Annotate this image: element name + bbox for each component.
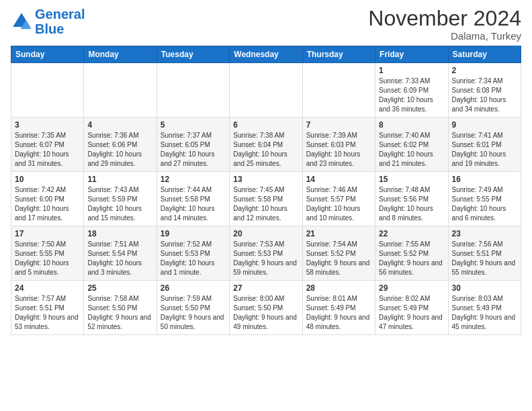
calendar-cell bbox=[302, 63, 375, 118]
calendar-cell: 20Sunrise: 7:53 AMSunset: 5:53 PMDayligh… bbox=[230, 226, 302, 281]
calendar-header-row: SundayMondayTuesdayWednesdayThursdayFrid… bbox=[11, 46, 521, 63]
day-info: Sunrise: 7:44 AMSunset: 5:58 PMDaylight:… bbox=[161, 185, 226, 223]
day-info: Sunrise: 8:00 AMSunset: 5:50 PMDaylight:… bbox=[233, 294, 298, 332]
day-of-week-header: Friday bbox=[375, 46, 448, 63]
day-number: 13 bbox=[233, 175, 298, 184]
day-info: Sunrise: 7:50 AMSunset: 5:55 PMDaylight:… bbox=[15, 240, 80, 277]
day-info: Sunrise: 7:58 AMSunset: 5:50 PMDaylight:… bbox=[87, 294, 152, 332]
day-info: Sunrise: 7:39 AMSunset: 6:03 PMDaylight:… bbox=[306, 131, 371, 169]
day-info: Sunrise: 7:40 AMSunset: 6:02 PMDaylight:… bbox=[379, 131, 444, 169]
calendar-cell bbox=[11, 63, 84, 118]
calendar-cell bbox=[84, 63, 157, 118]
day-number: 9 bbox=[452, 120, 517, 130]
day-of-week-header: Tuesday bbox=[157, 46, 229, 63]
day-info: Sunrise: 7:34 AMSunset: 6:08 PMDaylight:… bbox=[452, 77, 517, 114]
calendar-week-row: 1Sunrise: 7:33 AMSunset: 6:09 PMDaylight… bbox=[11, 63, 521, 118]
day-info: Sunrise: 7:38 AMSunset: 6:04 PMDaylight:… bbox=[233, 131, 298, 169]
day-info: Sunrise: 8:02 AMSunset: 5:49 PMDaylight:… bbox=[379, 294, 444, 332]
header: General Blue November 2024 Dalama, Turke… bbox=[11, 7, 521, 42]
day-info: Sunrise: 7:41 AMSunset: 6:01 PMDaylight:… bbox=[452, 131, 517, 169]
page: General Blue November 2024 Dalama, Turke… bbox=[0, 0, 532, 346]
day-info: Sunrise: 7:59 AMSunset: 5:50 PMDaylight:… bbox=[161, 294, 226, 332]
day-info: Sunrise: 7:52 AMSunset: 5:53 PMDaylight:… bbox=[161, 240, 226, 277]
day-number: 4 bbox=[87, 120, 152, 130]
calendar-week-row: 10Sunrise: 7:42 AMSunset: 6:00 PMDayligh… bbox=[11, 172, 521, 226]
calendar-cell: 25Sunrise: 7:58 AMSunset: 5:50 PMDayligh… bbox=[84, 281, 157, 335]
day-info: Sunrise: 7:55 AMSunset: 5:52 PMDaylight:… bbox=[379, 240, 444, 277]
calendar-cell: 14Sunrise: 7:46 AMSunset: 5:57 PMDayligh… bbox=[302, 172, 375, 226]
day-number: 26 bbox=[161, 283, 226, 293]
day-number: 6 bbox=[233, 120, 298, 130]
day-info: Sunrise: 7:48 AMSunset: 5:56 PMDaylight:… bbox=[379, 185, 444, 223]
day-of-week-header: Wednesday bbox=[230, 46, 302, 63]
day-number: 19 bbox=[161, 229, 226, 238]
day-info: Sunrise: 7:53 AMSunset: 5:53 PMDaylight:… bbox=[233, 240, 298, 277]
day-number: 14 bbox=[306, 175, 371, 184]
day-number: 25 bbox=[87, 283, 152, 293]
day-number: 3 bbox=[15, 120, 80, 130]
calendar-week-row: 17Sunrise: 7:50 AMSunset: 5:55 PMDayligh… bbox=[11, 226, 521, 281]
calendar: SundayMondayTuesdayWednesdayThursdayFrid… bbox=[11, 46, 521, 335]
day-info: Sunrise: 7:57 AMSunset: 5:51 PMDaylight:… bbox=[15, 294, 80, 332]
calendar-cell: 12Sunrise: 7:44 AMSunset: 5:58 PMDayligh… bbox=[157, 172, 229, 226]
calendar-cell bbox=[157, 63, 229, 118]
day-number: 2 bbox=[452, 66, 517, 75]
day-info: Sunrise: 8:01 AMSunset: 5:49 PMDaylight:… bbox=[306, 294, 371, 332]
day-number: 20 bbox=[233, 229, 298, 238]
logo-text: General Blue bbox=[35, 7, 85, 36]
calendar-cell: 27Sunrise: 8:00 AMSunset: 5:50 PMDayligh… bbox=[230, 281, 302, 335]
day-number: 17 bbox=[15, 229, 80, 238]
day-of-week-header: Saturday bbox=[448, 46, 521, 63]
day-number: 7 bbox=[306, 120, 371, 130]
day-number: 27 bbox=[233, 283, 298, 293]
calendar-cell: 19Sunrise: 7:52 AMSunset: 5:53 PMDayligh… bbox=[157, 226, 229, 281]
calendar-cell: 16Sunrise: 7:49 AMSunset: 5:55 PMDayligh… bbox=[448, 172, 521, 226]
calendar-cell: 28Sunrise: 8:01 AMSunset: 5:49 PMDayligh… bbox=[302, 281, 375, 335]
calendar-cell: 29Sunrise: 8:02 AMSunset: 5:49 PMDayligh… bbox=[375, 281, 448, 335]
calendar-cell: 3Sunrise: 7:35 AMSunset: 6:07 PMDaylight… bbox=[11, 118, 84, 172]
day-number: 11 bbox=[87, 175, 152, 184]
day-info: Sunrise: 7:51 AMSunset: 5:54 PMDaylight:… bbox=[87, 240, 152, 277]
day-number: 15 bbox=[379, 175, 444, 184]
day-info: Sunrise: 7:36 AMSunset: 6:06 PMDaylight:… bbox=[87, 131, 152, 169]
day-info: Sunrise: 7:54 AMSunset: 5:52 PMDaylight:… bbox=[306, 240, 371, 277]
day-info: Sunrise: 7:43 AMSunset: 5:59 PMDaylight:… bbox=[87, 185, 152, 223]
calendar-cell: 2Sunrise: 7:34 AMSunset: 6:08 PMDaylight… bbox=[448, 63, 521, 118]
calendar-week-row: 24Sunrise: 7:57 AMSunset: 5:51 PMDayligh… bbox=[11, 281, 521, 335]
day-number: 5 bbox=[161, 120, 226, 130]
day-number: 24 bbox=[15, 283, 80, 293]
logo: General Blue bbox=[11, 7, 85, 36]
day-info: Sunrise: 7:37 AMSunset: 6:05 PMDaylight:… bbox=[161, 131, 226, 169]
day-info: Sunrise: 7:35 AMSunset: 6:07 PMDaylight:… bbox=[15, 131, 80, 169]
calendar-cell: 8Sunrise: 7:40 AMSunset: 6:02 PMDaylight… bbox=[375, 118, 448, 172]
calendar-cell: 17Sunrise: 7:50 AMSunset: 5:55 PMDayligh… bbox=[11, 226, 84, 281]
day-of-week-header: Sunday bbox=[11, 46, 84, 63]
day-of-week-header: Thursday bbox=[302, 46, 375, 63]
calendar-cell: 24Sunrise: 7:57 AMSunset: 5:51 PMDayligh… bbox=[11, 281, 84, 335]
calendar-cell: 23Sunrise: 7:56 AMSunset: 5:51 PMDayligh… bbox=[448, 226, 521, 281]
calendar-cell: 1Sunrise: 7:33 AMSunset: 6:09 PMDaylight… bbox=[375, 63, 448, 118]
day-number: 1 bbox=[379, 66, 444, 75]
day-number: 29 bbox=[379, 283, 444, 293]
day-of-week-header: Monday bbox=[84, 46, 157, 63]
calendar-cell: 7Sunrise: 7:39 AMSunset: 6:03 PMDaylight… bbox=[302, 118, 375, 172]
calendar-cell: 13Sunrise: 7:45 AMSunset: 5:58 PMDayligh… bbox=[230, 172, 302, 226]
location: Dalama, Turkey bbox=[368, 30, 521, 42]
day-info: Sunrise: 7:42 AMSunset: 6:00 PMDaylight:… bbox=[15, 185, 80, 223]
calendar-cell: 10Sunrise: 7:42 AMSunset: 6:00 PMDayligh… bbox=[11, 172, 84, 226]
day-number: 16 bbox=[452, 175, 517, 184]
calendar-cell: 11Sunrise: 7:43 AMSunset: 5:59 PMDayligh… bbox=[84, 172, 157, 226]
day-number: 10 bbox=[15, 175, 80, 184]
day-number: 23 bbox=[452, 229, 517, 238]
day-info: Sunrise: 7:45 AMSunset: 5:58 PMDaylight:… bbox=[233, 185, 298, 223]
day-number: 12 bbox=[161, 175, 226, 184]
calendar-cell: 21Sunrise: 7:54 AMSunset: 5:52 PMDayligh… bbox=[302, 226, 375, 281]
day-number: 30 bbox=[452, 283, 517, 293]
day-number: 18 bbox=[87, 229, 152, 238]
day-number: 8 bbox=[379, 120, 444, 130]
calendar-cell: 5Sunrise: 7:37 AMSunset: 6:05 PMDaylight… bbox=[157, 118, 229, 172]
calendar-cell: 15Sunrise: 7:48 AMSunset: 5:56 PMDayligh… bbox=[375, 172, 448, 226]
calendar-cell: 6Sunrise: 7:38 AMSunset: 6:04 PMDaylight… bbox=[230, 118, 302, 172]
calendar-cell: 9Sunrise: 7:41 AMSunset: 6:01 PMDaylight… bbox=[448, 118, 521, 172]
day-number: 28 bbox=[306, 283, 371, 293]
